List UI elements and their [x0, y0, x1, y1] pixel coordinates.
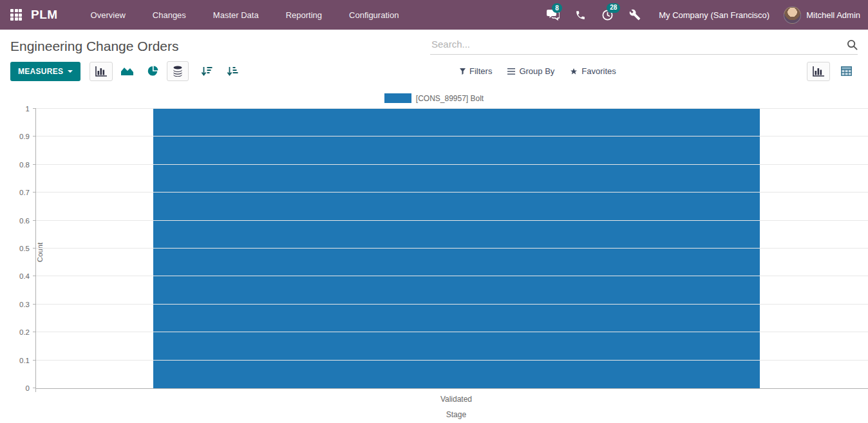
filters-label: Filters: [469, 66, 492, 76]
activities-button[interactable]: 28: [595, 5, 620, 25]
chart-type-buttons: [90, 61, 244, 81]
chart-legend[interactable]: [CONS_89957] Bolt: [0, 93, 868, 103]
chart-bar[interactable]: [153, 109, 760, 388]
sort-amount-asc-icon: [227, 66, 238, 77]
graph-view-icon: [813, 66, 824, 77]
y-tick-mark: [33, 360, 36, 361]
y-tick-label: 0.5: [19, 245, 30, 252]
measures-label: MEASURES: [18, 67, 63, 76]
gridline: [36, 164, 868, 165]
gridline: [36, 304, 868, 305]
search-options: Filters Group By Favorites: [455, 62, 621, 80]
search-input[interactable]: [430, 36, 858, 55]
y-tick-mark: [33, 164, 36, 165]
sort-amount-desc-icon: [201, 66, 212, 77]
gridline: [36, 248, 868, 249]
y-tick-label: 0.9: [19, 133, 30, 140]
messages-badge: 8: [552, 3, 562, 13]
gridline: [36, 192, 868, 193]
measures-button[interactable]: MEASURES: [10, 62, 80, 81]
y-tick-label: 0.4: [19, 272, 30, 280]
y-tick-label: 0.3: [19, 301, 30, 308]
main-menu: Overview Changes Master Data Reporting C…: [77, 0, 413, 30]
view-switcher: [807, 62, 858, 81]
group-by-button[interactable]: Group By: [502, 62, 560, 80]
gridline: [36, 276, 868, 276]
search-box: [430, 36, 858, 55]
group-by-icon: [507, 68, 515, 75]
y-tick-label: 0.2: [19, 328, 30, 336]
bar-chart-button[interactable]: [90, 62, 113, 81]
graph-view-button[interactable]: [807, 62, 830, 81]
sort-descending-button[interactable]: [195, 62, 218, 81]
x-zero-tick: [35, 388, 36, 392]
nav-item-changes[interactable]: Changes: [139, 0, 200, 30]
pivot-table-icon: [841, 66, 852, 76]
y-tick-mark: [33, 248, 36, 249]
y-tick-mark: [33, 136, 36, 136]
page-title: Engineering Change Orders: [10, 39, 179, 54]
legend-label: [CONS_89957] Bolt: [416, 94, 484, 103]
stack-icon: [173, 66, 183, 77]
search-icon[interactable]: [847, 39, 858, 53]
y-tick-mark: [33, 192, 36, 193]
gridline: [36, 220, 868, 221]
phone-icon: [575, 10, 586, 21]
chevron-down-icon: [68, 70, 73, 73]
plot-area: Count Validated Stage 00.10.20.30.40.50.…: [35, 109, 868, 389]
y-tick-mark: [33, 276, 36, 276]
x-tick-label: Validated: [440, 395, 472, 404]
sort-ascending-button[interactable]: [221, 62, 244, 81]
user-name: Mitchell Admin: [806, 10, 860, 20]
favorites-label: Favorites: [581, 66, 616, 76]
activities-badge: 28: [607, 3, 620, 13]
bar-chart-icon: [95, 66, 107, 77]
filter-icon: [460, 68, 466, 75]
gridline: [36, 108, 868, 109]
nav-item-master-data[interactable]: Master Data: [200, 0, 272, 30]
gridline: [36, 332, 868, 332]
stacked-toggle-button[interactable]: [167, 61, 189, 81]
control-panel: Engineering Change Orders MEASURES: [0, 30, 868, 85]
messages-button[interactable]: 8: [540, 5, 566, 24]
pie-chart-button[interactable]: [142, 61, 164, 81]
y-tick-label: 1: [26, 105, 30, 113]
apps-menu-icon[interactable]: [10, 9, 22, 21]
star-icon: [570, 68, 578, 75]
systray: 8 28 My Company (San Francisco) Mitchell…: [540, 5, 860, 25]
group-by-label: Group By: [519, 66, 554, 76]
y-tick-mark: [33, 332, 36, 332]
y-tick-mark: [33, 108, 36, 109]
y-tick-label: 0.7: [19, 189, 30, 196]
debug-tools-button[interactable]: [623, 5, 647, 24]
top-navbar: PLM Overview Changes Master Data Reporti…: [0, 0, 868, 30]
line-chart-button[interactable]: [115, 62, 139, 80]
app-name[interactable]: PLM: [31, 8, 58, 22]
user-menu[interactable]: Mitchell Admin: [784, 6, 860, 24]
y-tick-label: 0.1: [19, 357, 30, 364]
legend-swatch: [384, 93, 411, 103]
phone-button[interactable]: [569, 6, 592, 24]
user-avatar: [784, 6, 801, 24]
favorites-button[interactable]: Favorites: [565, 62, 621, 80]
pivot-view-button[interactable]: [835, 62, 858, 80]
nav-item-overview[interactable]: Overview: [77, 0, 139, 30]
nav-item-reporting[interactable]: Reporting: [272, 0, 335, 30]
gridline: [36, 136, 868, 136]
y-tick-mark: [33, 388, 36, 388]
filters-button[interactable]: Filters: [455, 62, 497, 80]
gridline: [36, 360, 868, 361]
area-chart-icon: [121, 66, 133, 76]
x-axis-title: Stage: [446, 410, 466, 419]
company-switcher[interactable]: My Company (San Francisco): [659, 10, 769, 20]
pie-chart-icon: [147, 66, 158, 77]
wrench-icon: [629, 9, 641, 21]
y-tick-mark: [33, 220, 36, 221]
y-tick-mark: [33, 304, 36, 305]
y-tick-label: 0.8: [19, 161, 30, 169]
y-axis-title: Count: [36, 243, 44, 263]
y-tick-label: 0.6: [19, 217, 30, 225]
y-tick-label: 0: [26, 384, 30, 392]
nav-item-configuration[interactable]: Configuration: [335, 0, 412, 30]
graph-view: [CONS_89957] Bolt Count Validated Stage …: [0, 84, 868, 423]
